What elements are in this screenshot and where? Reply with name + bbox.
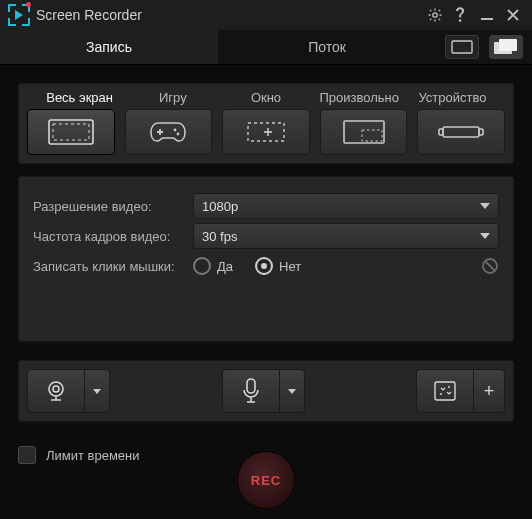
- resolution-label: Разрешение видео:: [33, 199, 193, 214]
- svg-rect-13: [439, 129, 443, 135]
- capture-mode-panel: Весь экран Игру Окно Произвольно Устройс…: [18, 83, 514, 164]
- record-clicks-row: Записать клики мышки: Да Нет: [33, 251, 499, 281]
- minimize-button[interactable]: [474, 3, 500, 27]
- plus-icon: +: [484, 381, 495, 402]
- svg-point-17: [53, 386, 59, 392]
- radio-label: Да: [217, 259, 233, 274]
- gear-icon: [427, 7, 443, 23]
- record-clicks-no[interactable]: Нет: [255, 257, 301, 275]
- webcam-button[interactable]: [27, 369, 85, 413]
- svg-rect-1: [481, 18, 493, 20]
- svg-rect-10: [344, 121, 384, 143]
- webcam-icon: [44, 379, 68, 403]
- chevron-down-icon: [93, 389, 101, 394]
- mode-custom-button[interactable]: [320, 109, 408, 155]
- tab-label: Поток: [308, 39, 346, 55]
- framerate-value: 30 fps: [202, 229, 237, 244]
- preview-layout-group: [436, 30, 532, 64]
- tab-record[interactable]: Запись: [0, 30, 218, 64]
- svg-rect-14: [479, 129, 483, 135]
- record-button[interactable]: REC: [237, 451, 295, 509]
- mic-button[interactable]: [222, 369, 280, 413]
- resolution-row: Разрешение видео: 1080p: [33, 191, 499, 221]
- time-limit-label: Лимит времени: [46, 448, 140, 463]
- radio-icon: [193, 257, 211, 275]
- microphone-icon: [241, 378, 261, 404]
- mode-game-button[interactable]: [125, 109, 213, 155]
- resolution-select[interactable]: 1080p: [193, 193, 499, 219]
- webcam-dropdown[interactable]: [85, 369, 110, 413]
- time-limit-checkbox[interactable]: [18, 446, 36, 464]
- resolution-value: 1080p: [202, 199, 238, 214]
- svg-rect-11: [362, 130, 382, 141]
- chevron-down-icon: [288, 389, 296, 394]
- overlay-source-group: +: [416, 369, 505, 413]
- tab-label: Запись: [86, 39, 132, 55]
- svg-rect-19: [435, 382, 455, 400]
- mode-device-button[interactable]: [417, 109, 505, 155]
- app-icon: [8, 4, 30, 26]
- settings-button[interactable]: [422, 3, 448, 27]
- fullscreen-icon: [43, 116, 99, 148]
- svg-rect-4: [499, 39, 517, 51]
- record-clicks-yes[interactable]: Да: [193, 257, 233, 275]
- minimize-icon: [480, 8, 494, 22]
- radio-label: Нет: [279, 259, 301, 274]
- mic-dropdown[interactable]: [280, 369, 305, 413]
- record-button-wrap: REC: [237, 451, 295, 509]
- framerate-label: Частота кадров видео:: [33, 229, 193, 244]
- preview-stack-button[interactable]: [489, 35, 523, 59]
- gamepad-icon: [148, 119, 188, 145]
- settings-panel: Разрешение видео: 1080p Частота кадров в…: [18, 176, 514, 342]
- overlay-icon: [433, 380, 457, 402]
- chevron-down-icon: [480, 203, 490, 209]
- mode-label-window: Окно: [219, 90, 312, 105]
- mode-window-button[interactable]: [222, 109, 310, 155]
- svg-point-21: [448, 386, 450, 388]
- app-title: Screen Recorder: [36, 7, 142, 23]
- tab-row: Запись Поток: [0, 30, 532, 65]
- custom-region-icon: [338, 117, 390, 147]
- overlay-button[interactable]: [416, 369, 474, 413]
- disabled-icon: [481, 257, 499, 275]
- question-icon: [454, 7, 468, 23]
- svg-rect-18: [247, 379, 255, 393]
- svg-rect-12: [443, 127, 479, 137]
- svg-point-8: [177, 133, 180, 136]
- stack-view-icon: [494, 39, 518, 55]
- framerate-row: Частота кадров видео: 30 fps: [33, 221, 499, 251]
- mode-label-device: Устройство: [406, 90, 499, 105]
- mode-button-row: [27, 109, 505, 155]
- svg-point-20: [440, 393, 442, 395]
- mic-source-group: [222, 369, 305, 413]
- mode-label-game: Игру: [126, 90, 219, 105]
- svg-point-16: [49, 382, 63, 396]
- framerate-select[interactable]: 30 fps: [193, 223, 499, 249]
- window-select-icon: [240, 117, 292, 147]
- chevron-down-icon: [480, 233, 490, 239]
- mode-label-row: Весь экран Игру Окно Произвольно Устройс…: [27, 90, 505, 109]
- preview-single-button[interactable]: [445, 35, 479, 59]
- svg-point-0: [433, 13, 437, 17]
- single-view-icon: [451, 40, 473, 54]
- radio-icon: [255, 257, 273, 275]
- device-icon: [437, 120, 485, 144]
- svg-point-7: [174, 129, 177, 132]
- close-button[interactable]: [500, 3, 526, 27]
- mode-label-fullscreen: Весь экран: [33, 90, 126, 105]
- record-clicks-group: Да Нет: [193, 257, 499, 275]
- mode-label-custom: Произвольно: [313, 90, 406, 105]
- svg-rect-6: [53, 124, 89, 140]
- record-clicks-label: Записать клики мышки:: [33, 259, 193, 274]
- webcam-source-group: [27, 369, 110, 413]
- mode-fullscreen-button[interactable]: [27, 109, 115, 155]
- svg-rect-2: [452, 41, 472, 53]
- overlay-add-button[interactable]: +: [474, 369, 505, 413]
- close-icon: [507, 9, 519, 21]
- sources-panel: +: [18, 360, 514, 422]
- help-button[interactable]: [448, 3, 474, 27]
- tab-stream[interactable]: Поток: [218, 30, 436, 64]
- title-bar: Screen Recorder: [0, 0, 532, 30]
- record-button-label: REC: [251, 473, 281, 488]
